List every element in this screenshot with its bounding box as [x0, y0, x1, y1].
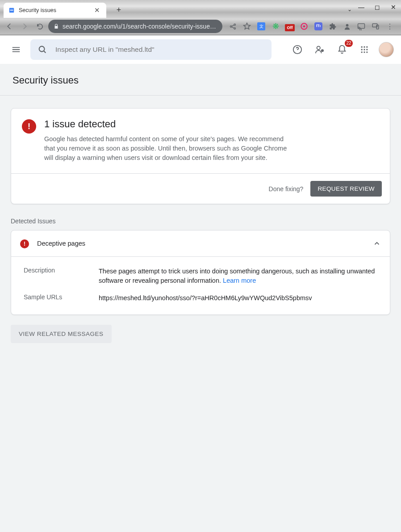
tab-close-icon[interactable]: ✕ — [92, 5, 102, 15]
evernote-ext-icon[interactable]: ❋ — [271, 21, 280, 31]
svg-point-8 — [303, 25, 305, 28]
svg-point-26 — [366, 51, 368, 53]
svg-text:文: 文 — [259, 24, 263, 29]
view-related-messages-button[interactable]: VIEW RELATED MESSAGES — [11, 325, 112, 343]
toolbar-icons: 文 ❋ Off ⋮ — [228, 21, 395, 31]
extensions-icon[interactable] — [328, 21, 338, 31]
svg-point-19 — [363, 46, 365, 47]
alert-body: ! 1 issue detected Google has detected h… — [11, 109, 390, 173]
page-title: Security issues — [0, 64, 401, 95]
search-input[interactable] — [55, 46, 264, 54]
bookmark-star-icon[interactable] — [242, 21, 252, 31]
tabs-dropdown-icon[interactable]: ⌄ — [347, 6, 352, 13]
share-icon[interactable] — [228, 21, 238, 31]
issue-card: ! Deceptive pages Description These page… — [11, 230, 390, 315]
minimize-icon[interactable]: — — [356, 4, 366, 11]
search-bar[interactable] — [30, 39, 272, 60]
sample-urls-row: Sample URLs https://meshed.ltd/yunohost/… — [24, 293, 377, 303]
off-badge-icon[interactable]: Off — [285, 21, 295, 31]
svg-point-21 — [361, 49, 363, 50]
new-tab-button[interactable]: + — [113, 4, 125, 16]
cast-icon[interactable] — [356, 21, 366, 31]
done-fixing-label: Done fixing? — [269, 185, 304, 193]
search-icon — [38, 45, 47, 54]
back-button[interactable] — [3, 20, 16, 33]
apps-button[interactable] — [356, 42, 372, 58]
svg-point-14 — [39, 46, 45, 51]
alert-heading: 1 issue detected — [44, 118, 294, 130]
toolbar: search.google.com/u/1/search-console/sec… — [0, 18, 401, 35]
tab-favicon — [8, 7, 15, 14]
alert-description: Google has detected harmful content on s… — [44, 134, 294, 163]
profile-ext-icon[interactable] — [342, 21, 352, 31]
maximize-icon[interactable]: ◻ — [372, 4, 382, 11]
svg-point-24 — [361, 51, 363, 53]
svg-rect-1 — [10, 10, 13, 11]
pink-ext-icon[interactable] — [299, 21, 309, 31]
users-button[interactable] — [312, 42, 328, 58]
request-review-button[interactable]: REQUEST REVIEW — [310, 181, 382, 197]
mastodon-ext-icon[interactable] — [313, 21, 323, 31]
devices-icon[interactable] — [371, 21, 380, 31]
browser-tab[interactable]: Security issues ✕ — [4, 3, 106, 18]
sample-url-value: https://meshed.ltd/yunohost/sso/?r=aHR0c… — [99, 293, 377, 303]
menu-button[interactable] — [7, 41, 25, 59]
browser-chrome: Security issues ✕ + ⌄ — ◻ ✕ search.googl… — [0, 0, 401, 35]
url-text: search.google.com/u/1/search-console/sec… — [63, 23, 216, 30]
detected-issues-label: Detected Issues — [0, 204, 401, 225]
tab-strip: Security issues ✕ + ⌄ — ◻ ✕ — [0, 0, 401, 18]
learn-more-link[interactable]: Learn more — [223, 277, 256, 284]
issue-body: Description These pages attempt to trick… — [11, 257, 390, 314]
description-row: Description These pages attempt to trick… — [24, 267, 377, 285]
issue-title: Deceptive pages — [37, 240, 85, 247]
alert-footer: Done fixing? REQUEST REVIEW — [11, 173, 390, 204]
issue-header[interactable]: ! Deceptive pages — [11, 230, 390, 257]
lock-icon — [54, 24, 59, 29]
address-bar[interactable]: search.google.com/u/1/search-console/sec… — [48, 20, 222, 33]
sample-urls-label: Sample URLs — [24, 293, 99, 303]
forward-button[interactable] — [18, 20, 31, 33]
svg-point-10 — [346, 24, 348, 26]
window-controls: — ◻ ✕ — [356, 4, 398, 11]
svg-point-20 — [366, 46, 368, 47]
svg-point-25 — [363, 51, 365, 53]
svg-point-16 — [317, 46, 320, 49]
account-avatar[interactable] — [379, 42, 394, 57]
svg-point-23 — [366, 49, 368, 50]
divider — [0, 95, 401, 96]
more-icon[interactable]: ⋮ — [385, 21, 395, 31]
alert-card: ! 1 issue detected Google has detected h… — [11, 108, 390, 204]
notifications-button[interactable]: 22 — [334, 42, 350, 58]
header-actions: 22 — [289, 42, 394, 58]
notification-badge: 22 — [345, 40, 353, 47]
reload-button[interactable] — [33, 20, 46, 33]
svg-point-18 — [361, 46, 363, 47]
tab-title: Security issues — [19, 7, 56, 13]
page-content: Security issues ! 1 issue detected Googl… — [0, 64, 401, 532]
app-header: 22 — [0, 35, 401, 64]
svg-point-22 — [363, 49, 365, 50]
chevron-up-icon — [373, 239, 381, 247]
translate-ext-icon[interactable]: 文 — [256, 21, 266, 31]
alert-text: 1 issue detected Google has detected har… — [44, 118, 294, 163]
help-button[interactable] — [289, 42, 305, 58]
svg-rect-11 — [358, 24, 365, 29]
description-value: These pages attempt to trick users into … — [99, 267, 377, 285]
close-window-icon[interactable]: ✕ — [388, 4, 398, 11]
error-icon: ! — [22, 119, 36, 134]
description-label: Description — [24, 267, 99, 285]
error-icon: ! — [20, 239, 29, 248]
